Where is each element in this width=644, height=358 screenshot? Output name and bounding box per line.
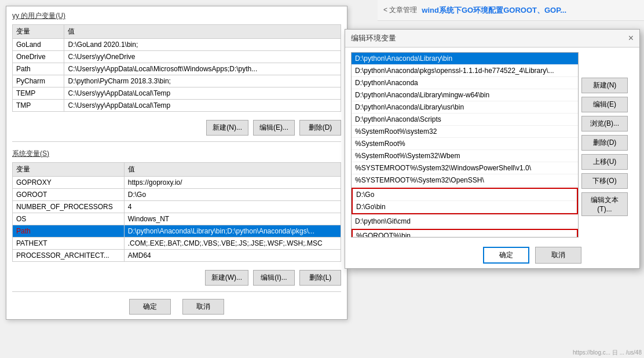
edit-new-button[interactable]: 新建(N) [581,78,628,93]
var-value: D:\python\PyCharm 2018.3.3\bin; [64,75,341,87]
red-box-group-1: D:\GoD:\Go\bin [352,188,578,214]
sys-var-value: Windows_NT [124,213,341,225]
sys-table-row[interactable]: GOROOTD:\Go [13,189,341,201]
edit-browse-button[interactable]: 浏览(B)... [581,116,628,131]
user-btn-row: 新建(N)... 编辑(E)... 删除(D) [6,116,347,139]
sys-table-row[interactable]: NUMBER_OF_PROCESSORS4 [13,201,341,213]
sys-var-name: GOROOT [13,189,125,201]
path-list-container: D:\python\Anaconda\Library\binD:\python\… [351,52,579,238]
sys-var-value: 4 [124,201,341,213]
red-box-group-2: %GOROOT%\bin%GOPATH%\bin [352,229,578,238]
sys-var-name: GOPROXY [13,177,125,189]
sys-var-name: Path [13,225,125,238]
sys-var-name: NUMBER_OF_PROCESSORS [13,201,125,213]
close-button[interactable]: × [628,34,634,43]
var-name: OneDrive [13,51,64,63]
path-list-item[interactable]: %SystemRoot%\System32\Wbem [352,150,578,162]
path-list-item[interactable]: %SystemRoot%\system32 [352,126,578,138]
sys-vars-table: 变量 值 GOPROXYhttps://goproxy.io/GOROOTD:\… [12,162,341,262]
sys-var-name: OS [13,213,125,225]
path-list-item[interactable]: D:\Go [353,189,577,201]
col-header-val: 值 [64,25,341,39]
ok-button[interactable]: 确定 [129,299,171,315]
var-name: GoLand [13,39,64,51]
edit-path-dialog: 编辑环境变量 × D:\python\Anaconda\Library\binD… [345,29,640,269]
sys-table-row[interactable]: GOPROXYhttps://goproxy.io/ [13,177,341,189]
env-variables-dialog: yy 的用户变量(U) 变量 值 GoLandD:\GoLand 2020.1\… [6,6,347,320]
user-vars-title: yy 的用户变量(U) [12,11,341,21]
user-table-row[interactable]: PathC:\Users\yy\AppData\Local\Microsoft\… [13,63,341,75]
path-list-item[interactable]: D:\python\Anaconda\Library\mingw-w64\bin [352,89,578,101]
user-edit-button[interactable]: 编辑(E)... [253,120,295,136]
user-table-row[interactable]: PyCharmD:\python\PyCharm 2018.3.3\bin; [13,75,341,87]
path-list-item[interactable]: %SYSTEMROOT%\System32\WindowsPowerShell\… [352,162,578,174]
path-list-item[interactable]: D:\python\Git\cmd [352,215,578,228]
edit-dialog-titlebar: 编辑环境变量 × [345,30,639,48]
top-bar: < 文章管理 wind系统下GO环境配置GOROOT、GOP... [378,0,644,21]
var-name: PyCharm [13,75,64,87]
edit-up-button[interactable]: 上移(U) [581,154,628,170]
var-value: D:\GoLand 2020.1\bin; [64,39,341,51]
var-value: C:\Users\yy\OneDrive [64,51,341,63]
user-table-row[interactable]: OneDriveC:\Users\yy\OneDrive [13,51,341,63]
sys-table-row[interactable]: PATHEXT.COM;.EXE;.BAT;.CMD;.VBS;.VBE;.JS… [13,238,341,250]
path-list-item[interactable]: D:\python\Anaconda\Library\bin [352,53,578,65]
article-title: wind系统下GO环境配置GOROOT、GOP... [422,5,566,16]
user-vars-table: 变量 值 GoLandD:\GoLand 2020.1\bin;OneDrive… [12,24,341,112]
var-value: C:\Users\yy\AppData\Local\Temp [64,87,341,100]
sys-delete-button[interactable]: 删除(L) [299,270,341,286]
edit-text-button[interactable]: 编辑文本(T)... [581,192,628,216]
edit-cancel-button[interactable]: 取消 [535,247,581,264]
user-new-button[interactable]: 新建(N)... [206,120,248,136]
edit-dialog-title: 编辑环境变量 [351,33,396,43]
var-value: C:\Users\yy\AppData\Local\Microsoft\Wind… [64,63,341,75]
path-list-item[interactable]: D:\Go\bin [353,201,577,213]
var-name: TMP [13,100,64,112]
bottom-btn-row: 确定 取消 [6,294,347,319]
sys-var-value: AMD64 [124,250,341,262]
sys-col-header-var: 变量 [13,163,125,177]
path-list-item[interactable]: D:\python\Anaconda\Scripts [352,114,578,126]
edit-dialog-bottom: 确定 取消 [345,242,639,268]
path-list-item[interactable]: D:\python\Anaconda [352,77,578,89]
user-table-row[interactable]: GoLandD:\GoLand 2020.1\bin; [13,39,341,51]
sys-btn-row: 新建(W)... 编辑(I)... 删除(L) [6,266,347,289]
sys-vars-title: 系统变量(S) [12,149,341,159]
watermark: https://blog.c... 日 ... /us/48 [573,349,644,357]
edit-ok-button[interactable]: 确定 [483,247,529,264]
var-value: C:\Users\yy\AppData\Local\Temp [64,100,341,112]
path-list-item[interactable]: %GOROOT%\bin [353,230,577,238]
edit-dialog-btn-panel: 新建(N) 编辑(E) 浏览(B)... 删除(D) 上移(U) 下移(O) 编… [581,78,628,216]
edit-down-button[interactable]: 下移(O) [581,173,628,189]
path-list-item[interactable]: D:\python\Anaconda\pkgs\openssl-1.1.1d-h… [352,65,578,77]
var-name: TEMP [13,87,64,100]
sys-var-value: https://goproxy.io/ [124,177,341,189]
sys-table-row[interactable]: PathD:\python\Anaconda\Library\bin;D:\py… [13,225,341,238]
edit-edit-button[interactable]: 编辑(E) [581,97,628,112]
sys-table-row[interactable]: OSWindows_NT [13,213,341,225]
path-list-item[interactable]: D:\python\Anaconda\Library\usr\bin [352,101,578,114]
path-list-item[interactable]: %SystemRoot% [352,138,578,150]
sys-new-button[interactable]: 新建(W)... [205,270,248,286]
user-table-row[interactable]: TMPC:\Users\yy\AppData\Local\Temp [13,100,341,112]
sys-var-value: D:\python\Anaconda\Library\bin;D:\python… [124,225,341,238]
cancel-button[interactable]: 取消 [182,299,224,315]
edit-delete-button[interactable]: 删除(D) [581,135,628,151]
sys-edit-button[interactable]: 编辑(I)... [253,270,295,286]
col-header-var: 变量 [13,25,64,39]
sys-var-value: D:\Go [124,189,341,201]
sys-table-row[interactable]: PROCESSOR_ARCHITECT...AMD64 [13,250,341,262]
user-delete-button[interactable]: 删除(D) [299,120,341,136]
back-button[interactable]: < 文章管理 [383,5,417,15]
user-table-row[interactable]: TEMPC:\Users\yy\AppData\Local\Temp [13,87,341,100]
var-name: Path [13,63,64,75]
sys-var-name: PATHEXT [13,238,125,250]
sys-var-value: .COM;.EXE;.BAT;.CMD;.VBS;.VBE;.JS;.JSE;.… [124,238,341,250]
sys-col-header-val: 值 [124,163,341,177]
path-list-item[interactable]: %SYSTEMROOT%\System32\OpenSSH\ [352,174,578,187]
sys-var-name: PROCESSOR_ARCHITECT... [13,250,125,262]
